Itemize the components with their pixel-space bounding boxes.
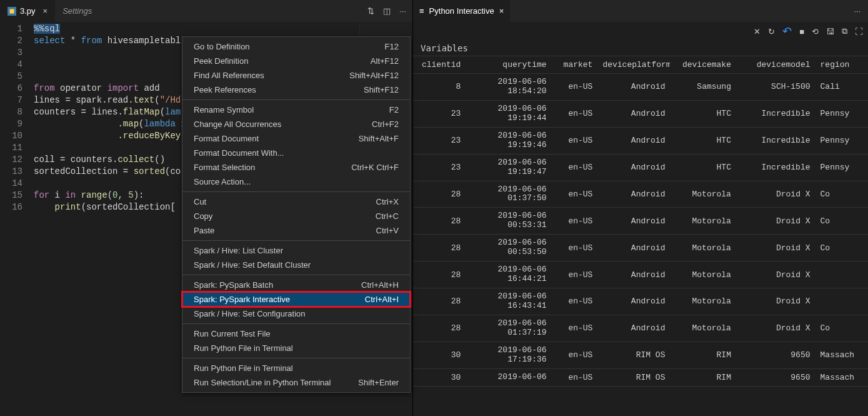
- editor-actions: ⇅ ◫ ···: [367, 6, 412, 16]
- menu-item[interactable]: CopyCtrl+C: [182, 209, 410, 223]
- table-header-row: clientidquerytimemarketdeviceplatformdev…: [413, 56, 868, 74]
- menu-item[interactable]: Format DocumentShift+Alt+F: [182, 131, 410, 146]
- table-row[interactable]: 232019-06-0619:19:44en-USAndroidHTCIncre…: [413, 100, 868, 127]
- menu-item[interactable]: Source Action...: [182, 175, 410, 189]
- stop-icon[interactable]: ■: [799, 27, 804, 36]
- menu-item[interactable]: Spark / Hive: Set Default Cluster: [182, 258, 410, 272]
- column-header[interactable]: querytime: [466, 56, 551, 74]
- menu-item[interactable]: Run Python File in Terminal: [182, 361, 410, 375]
- menu-item[interactable]: Run Selection/Line in Python TerminalShi…: [182, 375, 410, 390]
- close-icon[interactable]: ×: [499, 6, 504, 16]
- menu-item[interactable]: Peek ReferencesShift+F12: [182, 83, 410, 97]
- editor-panel: 3.py × Settings ⇅ ◫ ··· 1234567891011121…: [0, 0, 413, 416]
- menu-item[interactable]: Run Python File in Terminal: [182, 341, 410, 355]
- menu-item[interactable]: Run Current Test File: [182, 327, 410, 341]
- panel-more[interactable]: ···: [854, 6, 868, 16]
- tab-3py[interactable]: 3.py ×: [0, 0, 55, 22]
- tab-label: Python Interactive: [429, 6, 494, 16]
- redo-icon[interactable]: ↻: [768, 27, 775, 36]
- menu-item[interactable]: Spark: PySpark BatchCtrl+Alt+H: [182, 278, 410, 292]
- table-row[interactable]: 302019-06-06en-USRIM OSRIM9650Massach: [413, 368, 868, 386]
- restart-icon[interactable]: ⟲: [812, 27, 819, 36]
- table-row[interactable]: 282019-06-0601:37:50en-USAndroidMotorola…: [413, 181, 868, 208]
- line-numbers: 12345678910111213141516: [0, 23, 34, 416]
- menu-separator: [182, 323, 410, 324]
- column-header[interactable]: devicemodel: [736, 56, 816, 74]
- menu-item[interactable]: Rename SymbolF2: [182, 103, 410, 117]
- menu-item[interactable]: Change All OccurrencesCtrl+F2: [182, 117, 410, 131]
- more-icon[interactable]: ···: [399, 6, 406, 16]
- menu-item[interactable]: Spark / Hive: List Cluster: [182, 243, 410, 258]
- copy-icon[interactable]: ⧉: [842, 26, 847, 36]
- split-editor-icon[interactable]: ◫: [383, 6, 391, 16]
- menu-item[interactable]: Find All ReferencesShift+Alt+F12: [182, 68, 410, 83]
- table-row[interactable]: 282019-06-0600:53:31en-USAndroidMotorola…: [413, 208, 868, 235]
- table-row[interactable]: 282019-06-0600:53:50en-USAndroidMotorola…: [413, 235, 868, 261]
- table-row[interactable]: 302019-06-0617:19:36en-USRIM OSRIM9650Ma…: [413, 342, 868, 368]
- tab-label: 3.py: [20, 6, 36, 16]
- menu-item[interactable]: Go to DefinitionF12: [182, 39, 410, 54]
- tab-settings[interactable]: Settings: [55, 0, 99, 22]
- table-body: 82019-06-0618:54:20en-USAndroidSamsungSC…: [413, 74, 868, 387]
- menu-separator: [182, 275, 410, 275]
- table-row[interactable]: 232019-06-0619:19:47en-USAndroidHTCIncre…: [413, 154, 868, 181]
- table-row[interactable]: 282019-06-0616:43:41en-USAndroidMotorola…: [413, 288, 868, 315]
- menu-item[interactable]: Spark: PySpark InteractiveCtrl+Alt+I: [182, 292, 410, 307]
- table-row[interactable]: 232019-06-0619:19:46en-USAndroidHTCIncre…: [413, 127, 868, 154]
- variables-table: clientidquerytimemarketdeviceplatformdev…: [413, 56, 868, 416]
- variables-section-header[interactable]: Variables: [413, 41, 868, 56]
- compare-icon[interactable]: ⇅: [367, 6, 374, 16]
- undo-icon[interactable]: ↶: [782, 24, 792, 38]
- menu-separator: [182, 240, 410, 241]
- menu-item[interactable]: Format SelectionCtrl+K Ctrl+F: [182, 160, 410, 175]
- table-row[interactable]: 282019-06-0616:44:21en-USAndroidMotorola…: [413, 261, 868, 288]
- cancel-icon[interactable]: ✕: [754, 27, 761, 36]
- menu-separator: [182, 99, 410, 100]
- column-header[interactable]: devicemake: [670, 56, 736, 74]
- expand-icon[interactable]: ⛶: [855, 27, 863, 36]
- column-header[interactable]: region: [816, 56, 868, 74]
- list-icon: ≡: [419, 6, 424, 16]
- save-icon[interactable]: 🖫: [826, 27, 834, 36]
- tab-python-interactive[interactable]: ≡ Python Interactive ×: [413, 0, 510, 22]
- close-icon[interactable]: ×: [43, 6, 48, 16]
- interactive-panel: ≡ Python Interactive × ··· ✕ ↻ ↶ ■ ⟲ 🖫 ⧉…: [413, 0, 868, 416]
- menu-item[interactable]: CutCtrl+X: [182, 195, 410, 209]
- menu-item[interactable]: Spark / Hive: Set Configuration: [182, 307, 410, 321]
- svg-rect-1: [10, 9, 14, 13]
- interactive-toolbar: ✕ ↻ ↶ ■ ⟲ 🖫 ⧉ ⛶: [413, 22, 868, 41]
- table-row[interactable]: 82019-06-0618:54:20en-USAndroidSamsungSC…: [413, 74, 868, 101]
- python-file-icon: [7, 7, 16, 16]
- editor-tab-bar: 3.py × Settings ⇅ ◫ ···: [0, 0, 412, 22]
- tab-label: Settings: [62, 6, 92, 16]
- column-header[interactable]: market: [552, 56, 598, 74]
- table-row[interactable]: 282019-06-0601:37:19en-USAndroidMotorola…: [413, 315, 868, 342]
- menu-item[interactable]: Format Document With...: [182, 146, 410, 160]
- context-menu: Go to DefinitionF12Peek DefinitionAlt+F1…: [182, 36, 411, 393]
- menu-item[interactable]: Peek DefinitionAlt+F12: [182, 54, 410, 68]
- menu-item[interactable]: PasteCtrl+V: [182, 223, 410, 238]
- menu-separator: [182, 191, 410, 192]
- interactive-tab-bar: ≡ Python Interactive × ···: [413, 0, 868, 22]
- menu-separator: [182, 358, 410, 358]
- column-header[interactable]: clientid: [413, 56, 466, 74]
- column-header[interactable]: deviceplatform: [597, 56, 670, 74]
